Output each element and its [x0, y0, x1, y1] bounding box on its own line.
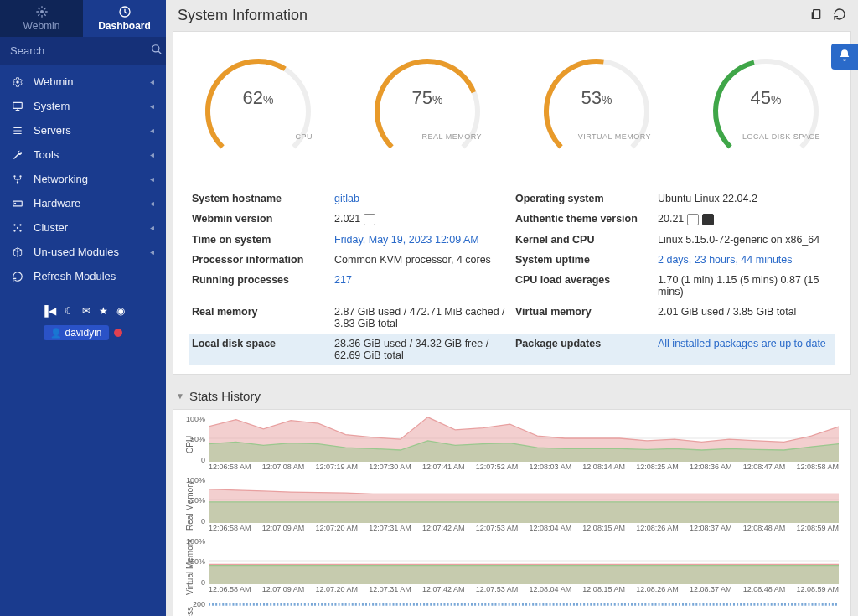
refresh-icon[interactable]	[833, 8, 846, 23]
info-value[interactable]: gitlab	[334, 193, 509, 204]
time-tick: 12:08:26 AM	[636, 524, 679, 532]
info-cell: Authentic theme version20.21	[512, 209, 835, 230]
gauge-virtual-memory: 53%VIRTUAL MEMORY	[517, 49, 676, 177]
globe-icon[interactable]: ◉	[116, 305, 125, 317]
time-tick: 12:07:41 AM	[422, 463, 465, 471]
sidebar-item-hardware[interactable]: Hardware◂	[0, 191, 166, 215]
gauge-value: 45%	[686, 87, 845, 109]
sidebar-btn-collapse[interactable]: ▐◀	[41, 305, 56, 317]
info-icon[interactable]	[364, 214, 375, 225]
time-tick: 12:07:52 AM	[476, 463, 519, 471]
stats-history-header[interactable]: ▼ Stats History	[166, 383, 858, 409]
stats-history-title: Stats History	[189, 389, 261, 403]
drive-icon	[12, 198, 25, 210]
search-input[interactable]	[10, 44, 151, 57]
sidebar-item-webmin[interactable]: Webmin◂	[0, 70, 166, 94]
time-tick: 12:07:09 AM	[262, 524, 305, 532]
sidebar-item-label: Servers	[34, 124, 71, 137]
moon-icon[interactable]: ☾	[65, 305, 74, 317]
tab-webmin[interactable]: Webmin	[0, 0, 83, 37]
info-key: System hostname	[192, 193, 334, 204]
time-tick: 12:08:37 AM	[690, 524, 732, 532]
time-tick: 12:08:37 AM	[690, 585, 732, 593]
info-key: Local disk space	[192, 338, 334, 361]
svg-point-0	[40, 10, 44, 13]
info-cell: Webmin version2.021	[189, 209, 512, 230]
gauge-local-disk-space: 45%LOCAL DISK SPACE	[686, 49, 845, 177]
cube-icon	[12, 246, 25, 258]
clipboard-icon[interactable]	[809, 8, 823, 23]
svg-point-6	[19, 175, 21, 177]
record-icon[interactable]	[114, 329, 122, 337]
info-key: Webmin version	[192, 213, 334, 225]
chevron-left-icon: ◂	[150, 199, 154, 208]
time-tick: 12:07:20 AM	[316, 585, 359, 593]
stat-chart-mem: Real Memory100%50%012:06:58 AM12:07:09 A…	[185, 476, 839, 536]
stat-chart-vmem: Virtual Memory100%50%012:06:58 AM12:07:0…	[185, 537, 839, 597]
time-tick: 12:06:58 AM	[209, 585, 251, 593]
info-cell: Local disk space28.36 GiB used / 34.32 G…	[189, 334, 512, 365]
mail-icon[interactable]: ✉	[82, 305, 90, 317]
gauge-value: 53%	[517, 87, 676, 109]
svg-point-7	[17, 181, 18, 183]
info-cell: Running processes217	[189, 270, 512, 302]
info-key: Running processes	[192, 274, 334, 298]
sidebar-item-label: Refresh Modules	[34, 270, 116, 282]
time-tick: 12:08:48 AM	[743, 585, 786, 593]
sidebar-item-un-used-modules[interactable]: Un-used Modules◂	[0, 240, 166, 264]
info-key: Real memory	[192, 306, 334, 329]
gauge-value: 62%	[178, 87, 338, 109]
info-key: Time on system	[192, 234, 334, 246]
time-tick: 12:06:58 AM	[209, 524, 251, 532]
sidebar-item-system[interactable]: System◂	[0, 94, 166, 118]
time-tick: 12:08:25 AM	[636, 463, 679, 471]
chevron-left-icon: ◂	[150, 247, 154, 256]
info-icon[interactable]	[687, 214, 699, 225]
time-tick: 12:08:04 AM	[530, 585, 572, 593]
svg-rect-15	[814, 10, 820, 19]
sidebar-item-tools[interactable]: Tools◂	[0, 142, 166, 167]
time-tick: 12:07:20 AM	[316, 524, 359, 532]
theme-icon[interactable]	[702, 214, 714, 225]
sidebar-item-networking[interactable]: Networking◂	[0, 167, 166, 191]
user-badge[interactable]: 👤 davidyin	[44, 325, 108, 340]
info-cell: System uptime2 days, 23 hours, 44 minute…	[512, 250, 835, 270]
info-value[interactable]: All installed packages are up to date	[658, 338, 832, 361]
gauge-real-memory: 75%REAL MEMORY	[348, 49, 507, 177]
sidebar-item-refresh-modules[interactable]: Refresh Modules	[0, 264, 166, 288]
svg-point-12	[13, 230, 15, 231]
info-cell: Package updatesAll installed packages ar…	[512, 334, 835, 365]
info-cell: Operating systemUbuntu Linux 22.04.2	[512, 189, 835, 209]
info-value: 2.021	[334, 213, 509, 225]
search-icon[interactable]	[151, 44, 163, 58]
info-cell: System hostnamegitlab	[189, 189, 512, 209]
tab-dashboard[interactable]: Dashboard	[83, 0, 166, 37]
sidebar-item-label: Tools	[34, 148, 59, 161]
info-value[interactable]: Friday, May 19, 2023 12:09 AM	[334, 234, 509, 246]
time-tick: 12:08:15 AM	[582, 585, 625, 593]
stat-chart-process: Process200	[185, 598, 839, 616]
gauge-label: VIRTUAL MEMORY	[578, 132, 651, 141]
info-key: Package updates	[515, 338, 658, 361]
time-tick: 12:07:31 AM	[369, 524, 411, 532]
star-icon[interactable]: ★	[99, 305, 108, 317]
gauge-label: CPU	[295, 132, 313, 141]
svg-point-3	[16, 80, 19, 84]
sidebar-item-servers[interactable]: Servers◂	[0, 118, 166, 142]
chevron-left-icon: ◂	[150, 150, 154, 159]
chevron-left-icon: ◂	[150, 126, 154, 135]
chevron-left-icon: ◂	[150, 174, 154, 184]
sidebar-item-cluster[interactable]: Cluster◂	[0, 215, 166, 240]
stat-chart-cpu: CPU100%50%012:06:58 AM12:07:08 AM12:07:1…	[185, 415, 839, 474]
info-cell: Kernel and CPULinux 5.15.0-72-generic on…	[512, 230, 835, 250]
info-value[interactable]: 217	[334, 274, 509, 298]
info-value[interactable]: 2 days, 23 hours, 44 minutes	[658, 254, 832, 266]
info-value: 1.70 (1 min) 1.15 (5 mins) 0.87 (15 mins…	[658, 274, 832, 298]
svg-point-13	[19, 230, 21, 231]
time-tick: 12:08:58 AM	[796, 463, 839, 471]
tab-dashboard-label: Dashboard	[98, 20, 151, 32]
info-value: 28.36 GiB used / 34.32 GiB free / 62.69 …	[334, 338, 509, 361]
time-tick: 12:07:53 AM	[476, 585, 519, 593]
gauge-label: LOCAL DISK SPACE	[742, 132, 820, 141]
info-value: Ubuntu Linux 22.04.2	[658, 193, 832, 204]
